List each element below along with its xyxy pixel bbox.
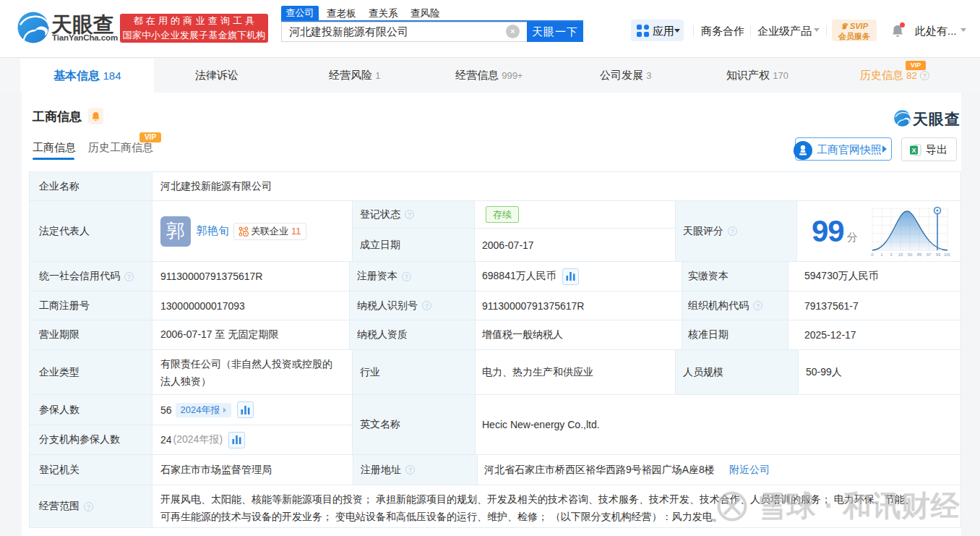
svg-text:3: 3 [890,252,893,257]
svg-text:15: 15 [898,252,903,257]
svg-text:99: 99 [936,252,941,257]
svg-text:1: 1 [880,252,883,257]
svg-text:X: X [911,147,916,154]
svg-text:100: 100 [944,252,950,257]
svg-text:50: 50 [908,252,913,257]
svg-text:0: 0 [871,252,874,257]
svg-text:97: 97 [927,252,932,257]
svg-text:85: 85 [917,252,922,257]
